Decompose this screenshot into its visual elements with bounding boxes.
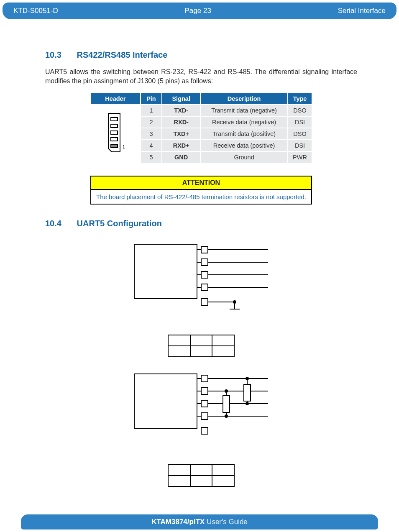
section-title: UART5 Configuration <box>77 219 162 228</box>
svg-rect-10 <box>201 284 208 291</box>
pin-cell: 2 <box>141 116 162 128</box>
pin-cell: 1 <box>141 105 162 116</box>
signal-cell: TXD+ <box>162 128 200 140</box>
uart5-diagram-bottom <box>118 361 285 478</box>
type-cell: DSI <box>288 116 312 128</box>
svg-text:1: 1 <box>123 145 125 149</box>
page-number: Page 23 <box>58 7 338 15</box>
svg-rect-27 <box>201 400 208 407</box>
section-number: 10.4 <box>45 219 74 228</box>
page-footer-bar: KTAM3874/pITX User's Guide <box>21 514 378 529</box>
svg-rect-26 <box>201 388 208 394</box>
page-content: 10.3 RS422/RS485 Interface UART5 allows … <box>45 50 357 495</box>
svg-rect-24 <box>134 374 197 428</box>
svg-rect-7 <box>201 246 208 253</box>
section-10-3-heading: 10.3 RS422/RS485 Interface <box>45 50 357 60</box>
section-10-4-heading: 10.4 UART5 Configuration <box>45 219 357 228</box>
uart5-diagram-top <box>118 236 285 345</box>
col-header-signal: Signal <box>162 93 200 105</box>
type-cell: PWR <box>288 151 312 163</box>
description-cell: Ground <box>200 151 288 163</box>
pin-cell: 4 <box>141 140 162 151</box>
page-header-bar: KTD-S0051-D Page 23 Serial Interface <box>3 3 396 19</box>
footer-product: KTAM3874/pITX <box>151 518 205 526</box>
svg-rect-4 <box>111 144 118 148</box>
section-title: RS422/RS485 Interface <box>77 50 168 59</box>
schematic-svg-top <box>118 236 285 328</box>
svg-point-42 <box>246 377 248 380</box>
svg-rect-38 <box>244 384 251 401</box>
footer-suffix: User's Guide <box>205 518 247 526</box>
col-header-type: Type <box>288 93 312 105</box>
svg-rect-1 <box>111 124 118 128</box>
svg-rect-0 <box>111 118 118 121</box>
col-header-description: Description <box>200 93 288 105</box>
description-cell: Transmit data (negative) <box>200 105 288 116</box>
mode-table-top <box>168 335 235 357</box>
col-header-header: Header <box>90 93 141 105</box>
svg-rect-9 <box>201 271 208 278</box>
pin-table-header-row: Header Pin Signal Description Type <box>90 93 312 105</box>
header-connector-cell: 1 <box>90 105 141 163</box>
type-cell: DSO <box>288 128 312 140</box>
svg-rect-25 <box>201 375 208 382</box>
svg-rect-11 <box>201 299 208 305</box>
doc-code: KTD-S0051-D <box>13 7 58 15</box>
mode-table-bottom <box>168 464 235 487</box>
attention-box: ATTENTION The board placement of RS-422/… <box>90 176 312 205</box>
type-cell: DSO <box>288 105 312 116</box>
schematic-svg-bottom <box>118 361 285 458</box>
svg-rect-8 <box>201 259 208 266</box>
section-10-3-paragraph: UART5 allows the switching between RS-23… <box>45 67 357 85</box>
signal-cell: RXD+ <box>162 140 200 151</box>
svg-rect-3 <box>111 138 118 141</box>
pin-cell: 3 <box>141 128 162 140</box>
svg-point-40 <box>225 390 228 392</box>
description-cell: Receive data (negative) <box>200 116 288 128</box>
svg-point-41 <box>225 415 228 417</box>
attention-title: ATTENTION <box>91 176 311 190</box>
section-name: Serial Interface <box>338 7 386 15</box>
svg-rect-29 <box>201 427 208 434</box>
svg-rect-35 <box>223 396 230 412</box>
pin-cell: 5 <box>141 151 162 163</box>
signal-cell: TXD- <box>162 105 200 116</box>
svg-rect-2 <box>111 131 118 134</box>
signal-cell: RXD- <box>162 116 200 128</box>
description-cell: Receive data (positive) <box>200 140 288 151</box>
pin-table-container: Header Pin Signal Description Type 11TXD… <box>90 93 312 163</box>
pin-table: Header Pin Signal Description Type 11TXD… <box>90 93 312 163</box>
section-number: 10.3 <box>45 50 74 60</box>
connector-icon: 1 <box>106 111 125 157</box>
svg-rect-6 <box>134 244 197 299</box>
description-cell: Transmit data (positive) <box>200 128 288 140</box>
svg-rect-28 <box>201 413 208 419</box>
signal-cell: GND <box>162 151 200 163</box>
pin-table-row: 11TXD-Transmit data (negative)DSO <box>90 105 312 116</box>
svg-point-43 <box>246 402 248 405</box>
col-header-pin: Pin <box>141 93 162 105</box>
type-cell: DSI <box>288 140 312 151</box>
attention-message: The board placement of RS-422/-485 termi… <box>91 190 311 204</box>
